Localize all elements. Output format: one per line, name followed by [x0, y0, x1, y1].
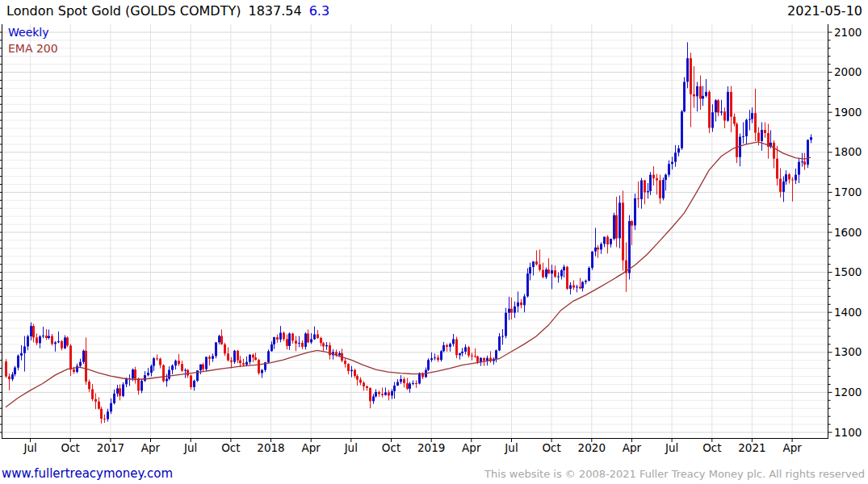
svg-text:2017: 2017 [97, 441, 124, 454]
svg-text:1500: 1500 [834, 265, 862, 278]
svg-text:Jul: Jul [23, 441, 36, 454]
h-gridlines [2, 32, 828, 432]
svg-text:Oct: Oct [702, 441, 721, 454]
svg-text:1900: 1900 [834, 106, 862, 119]
svg-text:Jul: Jul [183, 441, 197, 454]
svg-text:Oct: Oct [221, 441, 240, 454]
gold-chart-page: London Spot Gold (GOLDS COMDTY)1837.546.… [0, 0, 868, 484]
legend-timeframe: Weekly [8, 26, 49, 39]
svg-text:Oct: Oct [382, 441, 400, 454]
copyright-notice: This website is © 2008-2021 Fuller Treac… [484, 468, 865, 480]
svg-text:Apr: Apr [782, 441, 802, 454]
svg-text:1200: 1200 [834, 386, 862, 398]
svg-text:1600: 1600 [834, 226, 862, 239]
svg-text:Jul: Jul [665, 441, 678, 454]
svg-text:Oct: Oct [61, 441, 80, 454]
candlestick-chart: 1100120013001400150016001700180019002000… [0, 0, 868, 484]
svg-text:2020: 2020 [578, 441, 606, 454]
candles [5, 42, 812, 424]
svg-text:2100: 2100 [834, 26, 862, 39]
axes [0, 24, 832, 442]
svg-text:1800: 1800 [834, 145, 862, 158]
svg-text:1300: 1300 [834, 345, 862, 358]
ema-200-line [6, 142, 811, 407]
svg-text:Oct: Oct [542, 441, 560, 454]
site-link[interactable]: www.fullertreacymoney.com [2, 466, 173, 481]
svg-text:Apr: Apr [141, 441, 161, 454]
svg-text:2000: 2000 [834, 65, 862, 78]
svg-text:1400: 1400 [834, 306, 862, 319]
svg-text:2019: 2019 [417, 441, 445, 454]
svg-text:2018: 2018 [257, 441, 284, 454]
svg-text:Jul: Jul [344, 441, 358, 454]
svg-text:1100: 1100 [834, 426, 862, 439]
y-axis-labels: 1100120013001400150016001700180019002000… [834, 26, 862, 439]
x-axis-labels: JulOct2017AprJulOct2018AprJulOct2019AprJ… [23, 441, 802, 454]
svg-text:Apr: Apr [623, 441, 642, 454]
svg-text:1700: 1700 [834, 186, 862, 198]
svg-text:Apr: Apr [462, 441, 481, 454]
svg-text:Jul: Jul [504, 441, 518, 454]
legend-ema-200: EMA 200 [8, 42, 58, 55]
svg-text:Apr: Apr [302, 441, 321, 454]
svg-text:2021: 2021 [738, 441, 765, 454]
